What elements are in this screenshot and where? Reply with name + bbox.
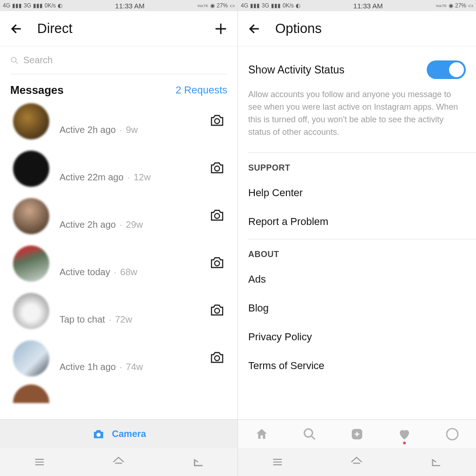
message-row[interactable] bbox=[0, 382, 238, 405]
camera-icon[interactable] bbox=[209, 349, 227, 368]
options-list[interactable]: Show Activity Status Allow accounts you … bbox=[238, 46, 476, 476]
sync-icon: ◐ bbox=[58, 2, 62, 9]
activity-status: Tap to chat bbox=[60, 314, 105, 325]
avatar[interactable] bbox=[13, 198, 49, 234]
network-4g-label: 4G bbox=[3, 2, 10, 9]
avatar[interactable] bbox=[13, 151, 49, 187]
home-tab[interactable] bbox=[253, 426, 270, 443]
search-tab[interactable] bbox=[301, 426, 318, 443]
messages-heading: Messages bbox=[10, 84, 64, 97]
svg-point-2 bbox=[215, 166, 220, 171]
camera-icon[interactable] bbox=[209, 112, 227, 131]
camera-icon[interactable] bbox=[209, 207, 227, 225]
recent-apps-button[interactable] bbox=[33, 456, 46, 469]
svg-point-3 bbox=[215, 213, 220, 218]
svg-point-6 bbox=[215, 356, 220, 361]
message-row[interactable]: Active 2h ago·9w bbox=[0, 98, 238, 145]
svg-point-7 bbox=[96, 432, 100, 436]
battery-pct: 27% bbox=[217, 2, 228, 9]
blog-item[interactable]: Blog bbox=[238, 294, 476, 323]
net-speed: 0K/s bbox=[45, 2, 56, 9]
android-nav bbox=[238, 448, 476, 476]
clock: 11:33 AM bbox=[300, 2, 436, 10]
status-bar: 4G ▮▮▮ 3G ▮▮▮ 0K/s ◐ 11:33 AM VoLTE ◉ 27… bbox=[238, 0, 476, 11]
activity-tab[interactable] bbox=[396, 426, 413, 443]
message-row[interactable]: Active 22m ago·12w bbox=[0, 145, 238, 192]
avatar[interactable] bbox=[13, 103, 49, 139]
ads-item[interactable]: Ads bbox=[238, 265, 476, 294]
about-heading: ABOUT bbox=[238, 239, 476, 265]
back-button[interactable] bbox=[8, 20, 25, 37]
svg-point-5 bbox=[215, 308, 220, 313]
camera-footer[interactable]: Camera bbox=[0, 419, 238, 448]
privacy-policy-item[interactable]: Privacy Policy bbox=[238, 323, 476, 351]
search-placeholder: Search bbox=[23, 55, 53, 66]
compose-button[interactable] bbox=[212, 20, 229, 37]
back-nav-button[interactable] bbox=[429, 455, 443, 469]
camera-filled-icon bbox=[92, 427, 106, 441]
camera-icon[interactable] bbox=[209, 254, 227, 273]
home-button[interactable] bbox=[350, 455, 364, 469]
message-row[interactable]: Active today·68w bbox=[0, 240, 238, 287]
report-problem-item[interactable]: Report a Problem bbox=[238, 207, 476, 236]
timestamp: 9w bbox=[126, 125, 138, 135]
profile-tab[interactable] bbox=[444, 426, 461, 443]
activity-status: Active today bbox=[60, 267, 110, 278]
activity-status: Active 22m ago bbox=[60, 172, 124, 183]
avatar[interactable] bbox=[13, 245, 49, 282]
network-3g-label: 3G bbox=[262, 2, 269, 9]
requests-link[interactable]: 2 Requests bbox=[176, 84, 227, 96]
help-center-item[interactable]: Help Center bbox=[238, 178, 476, 207]
volte-icon: VoLTE bbox=[198, 4, 208, 8]
signal-icon: ▮▮▮ bbox=[33, 2, 43, 9]
svg-point-1 bbox=[215, 119, 220, 124]
recent-apps-button[interactable] bbox=[271, 456, 284, 469]
signal-icon: ▮▮▮ bbox=[250, 2, 260, 9]
message-row[interactable]: Active 1h ago·74w bbox=[0, 335, 238, 382]
battery-icon: ▭ bbox=[468, 2, 473, 9]
options-header: Options bbox=[238, 11, 476, 46]
avatar[interactable] bbox=[13, 293, 49, 329]
sync-icon: ◐ bbox=[296, 2, 300, 9]
activity-status: Active 2h ago bbox=[60, 219, 116, 230]
search-bar[interactable]: Search bbox=[0, 46, 238, 79]
back-button[interactable] bbox=[246, 20, 263, 37]
terms-of-service-item[interactable]: Terms of Service bbox=[238, 351, 476, 380]
messages-section-header: Messages 2 Requests bbox=[0, 79, 238, 98]
new-post-tab[interactable] bbox=[349, 426, 365, 443]
message-row[interactable]: Tap to chat·72w bbox=[0, 287, 238, 335]
timestamp: 72w bbox=[115, 314, 132, 325]
activity-status: Active 1h ago bbox=[60, 362, 116, 372]
wifi-icon: ◉ bbox=[449, 2, 453, 9]
net-speed: 0K/s bbox=[283, 2, 294, 9]
support-heading: SUPPORT bbox=[238, 153, 476, 178]
volte-icon: VoLTE bbox=[436, 4, 447, 8]
page-title: Direct bbox=[37, 21, 73, 36]
clock: 11:33 AM bbox=[62, 2, 198, 10]
activity-status-toggle[interactable] bbox=[427, 60, 466, 79]
network-4g-label: 4G bbox=[241, 2, 248, 9]
avatar[interactable] bbox=[13, 340, 49, 377]
message-row[interactable]: Active 2h ago·29w bbox=[0, 192, 238, 240]
battery-icon: ▭ bbox=[230, 2, 235, 9]
back-nav-button[interactable] bbox=[191, 455, 205, 469]
android-nav bbox=[0, 448, 238, 476]
home-button[interactable] bbox=[112, 455, 126, 469]
timestamp: 12w bbox=[133, 172, 151, 183]
avatar[interactable] bbox=[13, 384, 49, 403]
signal-icon: ▮▮▮ bbox=[12, 2, 22, 9]
svg-point-8 bbox=[304, 429, 312, 437]
svg-point-10 bbox=[447, 429, 458, 440]
status-bar: 4G ▮▮▮ 3G ▮▮▮ 0K/s ◐ 11:33 AM VoLTE ◉ 27… bbox=[0, 0, 238, 11]
activity-status-row[interactable]: Show Activity Status bbox=[238, 51, 476, 88]
options-screen: 4G ▮▮▮ 3G ▮▮▮ 0K/s ◐ 11:33 AM VoLTE ◉ 27… bbox=[238, 0, 476, 476]
direct-header: Direct bbox=[0, 11, 238, 46]
svg-point-4 bbox=[215, 261, 220, 266]
timestamp: 74w bbox=[126, 362, 143, 372]
svg-point-0 bbox=[11, 57, 16, 62]
network-3g-label: 3G bbox=[24, 2, 31, 9]
camera-icon[interactable] bbox=[209, 159, 227, 178]
search-icon bbox=[10, 56, 19, 65]
activity-status-label: Show Activity Status bbox=[248, 64, 427, 76]
camera-icon[interactable] bbox=[209, 302, 227, 320]
